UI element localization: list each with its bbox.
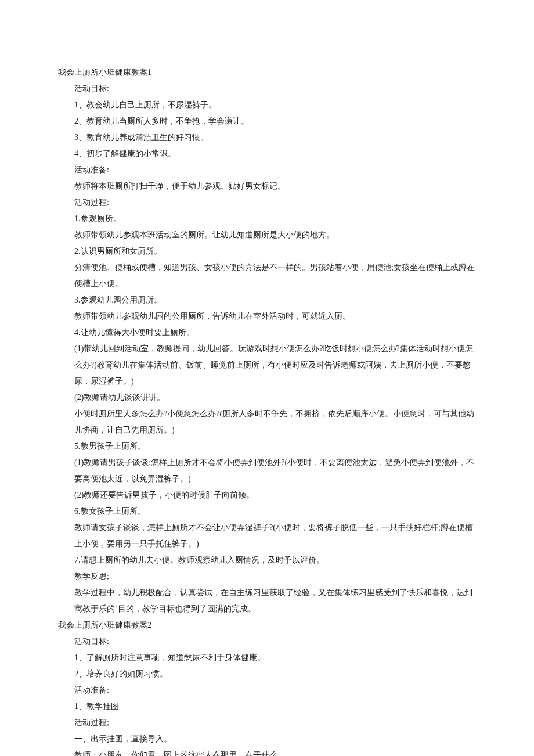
section-title: 我会上厕所小班健康教案1 bbox=[58, 64, 476, 81]
paragraph: 3.参观幼儿园公用厕所。 bbox=[74, 292, 476, 308]
paragraph: 教学过程中，幼儿积极配合，认真尝试，在自主练习里获取了经验，又在集体练习里感受到… bbox=[74, 585, 476, 617]
paragraph: 教师：小朋友，你们看，图上的这些人在那里，在干什么。 bbox=[74, 747, 476, 756]
paragraph: 活动过程: bbox=[74, 195, 476, 211]
paragraph: 2、培养良好的如厕习惯。 bbox=[74, 666, 476, 682]
paragraph: 教师将本班厕所打扫干净，便于幼儿参观。贴好男女标记。 bbox=[74, 178, 476, 195]
horizontal-rule bbox=[58, 41, 476, 41]
paragraph: (2)教师请幼儿谈谈讲讲。 bbox=[74, 390, 476, 406]
paragraph: 教师带领幼儿参观本班活动室的厕所。让幼儿知道厕所是大小便的地方。 bbox=[74, 227, 476, 243]
paragraph: 4、初步了解健康的小常识。 bbox=[74, 146, 476, 162]
paragraph: 一、出示挂图，直接导入。 bbox=[74, 731, 476, 747]
paragraph: 4.让幼儿懂得大小便时要上厕所。 bbox=[74, 325, 476, 341]
paragraph: 教学反思; bbox=[74, 568, 476, 585]
paragraph: 活动过程; bbox=[74, 715, 476, 731]
paragraph: (1)带幼儿回到活动室，教师提问，幼儿回答。玩游戏时想小便怎么办?吃饭时想小便怎… bbox=[74, 341, 476, 390]
paragraph: 分清便池、便桶或便槽，知道男孩、女孩小便的方法是不一样的。男孩站着小便，用便池;… bbox=[74, 260, 476, 292]
paragraph: 2.认识男厕所和女厕所。 bbox=[74, 243, 476, 260]
paragraph: 2、教育幼儿当厕所人多时，不争抢，学会谦让。 bbox=[74, 113, 476, 129]
paragraph: 1、了解厕所时注意事项，知道憋尿不利于身体健康。 bbox=[74, 650, 476, 666]
paragraph: 教师带领幼儿参观幼儿园的公用厕所，告诉幼儿在室外活动时，可就近入厕。 bbox=[74, 308, 476, 325]
paragraph: 教师请女孩子谈谈，怎样上厕所才不会让小便弄湿裤子?(小便时，要将裤子脱低一些，一… bbox=[74, 520, 476, 552]
section-title: 我会上厕所小班健康教案2 bbox=[58, 617, 476, 633]
paragraph: 1.参观厕所。 bbox=[74, 211, 476, 227]
paragraph: 3、教育幼儿养成清洁卫生的好习惯。 bbox=[74, 129, 476, 146]
paragraph: 小便时厕所里人多怎么办?小便急怎么办?(厕所人多时不争先，不拥挤，依先后顺序小便… bbox=[74, 406, 476, 438]
paragraph: 活动准备: bbox=[74, 162, 476, 178]
paragraph: 活动目标: bbox=[74, 633, 476, 650]
paragraph: 活动准备: bbox=[74, 682, 476, 699]
paragraph: (2)教师还要告诉男孩子，小便的时候肚子向前倾。 bbox=[74, 487, 476, 503]
paragraph: 6.教女孩子上厕所。 bbox=[74, 503, 476, 520]
paragraph: 1、教会幼儿自己上厕所，不尿湿裤子。 bbox=[74, 97, 476, 113]
paragraph: 5.教男孩子上厕所。 bbox=[74, 438, 476, 455]
paragraph: 活动目标: bbox=[74, 81, 476, 97]
paragraph: (1)教师请男孩子谈谈;怎样上厕所才不会将小便弄到便池外?(小便时，不要离便池太… bbox=[74, 455, 476, 487]
paragraph: 1、教学挂图 bbox=[74, 699, 476, 715]
paragraph: 7.请想上厕所的幼儿去小便。教师观察幼儿入厕情况，及时予以评价。 bbox=[74, 552, 476, 568]
document-content: 我会上厕所小班健康教案1活动目标:1、教会幼儿自己上厕所，不尿湿裤子。2、教育幼… bbox=[58, 64, 476, 756]
